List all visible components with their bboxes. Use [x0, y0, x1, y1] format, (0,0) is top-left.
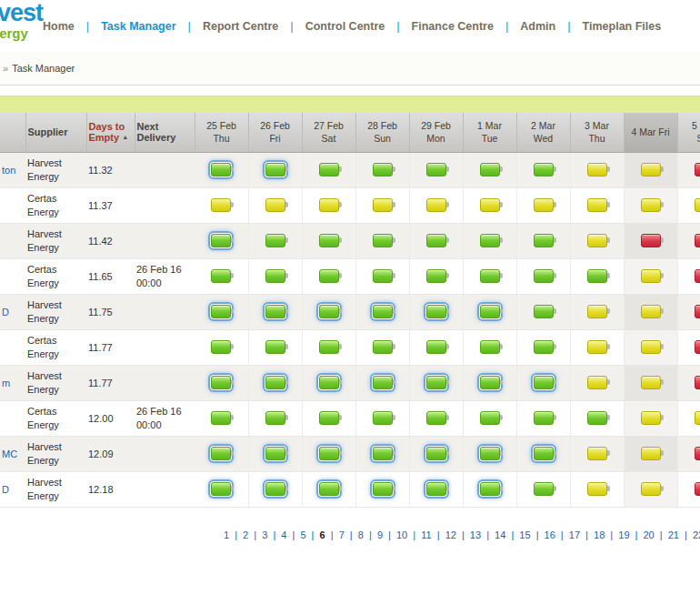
fuel-status-battery-icon[interactable] [480, 269, 500, 283]
fuel-status-battery-icon[interactable] [534, 269, 554, 283]
date-column-header[interactable]: 28 FebSun [355, 113, 409, 152]
site-link[interactable]: MC [2, 449, 17, 459]
date-column-header[interactable]: 26 FebFri [248, 113, 302, 152]
fuel-status-battery-icon[interactable] [319, 198, 339, 212]
company-logo[interactable]: Harvest Energy [0, 1, 43, 40]
fuel-status-battery-icon[interactable] [695, 305, 700, 318]
fuel-status-battery-icon[interactable] [587, 305, 607, 318]
fuel-status-battery-icon[interactable] [695, 482, 700, 496]
fuel-status-battery-icon[interactable] [426, 234, 446, 247]
site-link[interactable]: D [2, 307, 9, 318]
fuel-status-battery-icon[interactable] [265, 482, 285, 496]
fuel-status-battery-icon[interactable] [695, 447, 700, 460]
fuel-status-battery-icon[interactable] [265, 305, 285, 318]
date-column-header[interactable]: 5 MarSat [677, 113, 700, 152]
fuel-status-battery-icon[interactable] [319, 234, 339, 247]
fuel-status-battery-icon[interactable] [373, 376, 393, 389]
nav-item-admin[interactable]: Admin [508, 20, 567, 33]
fuel-status-battery-icon[interactable] [534, 234, 554, 247]
site-link[interactable]: D [2, 484, 9, 495]
fuel-status-battery-icon[interactable] [534, 411, 554, 425]
fuel-status-battery-icon[interactable] [426, 411, 446, 425]
fuel-status-battery-icon[interactable] [265, 163, 285, 176]
fuel-status-battery-icon[interactable] [587, 163, 607, 176]
fuel-status-battery-icon[interactable] [426, 269, 446, 283]
fuel-status-battery-icon[interactable] [319, 482, 339, 496]
fuel-status-battery-icon[interactable] [373, 269, 393, 283]
fuel-status-battery-icon[interactable] [426, 340, 446, 354]
fuel-status-battery-icon[interactable] [265, 340, 285, 354]
pagination-page-link[interactable]: 5 [298, 529, 307, 540]
pagination-page-link[interactable]: 3 [260, 529, 269, 540]
fuel-status-battery-icon[interactable] [211, 340, 231, 354]
fuel-status-battery-icon[interactable] [319, 411, 339, 425]
fuel-status-battery-icon[interactable] [641, 234, 661, 247]
fuel-status-battery-icon[interactable] [587, 234, 607, 247]
nav-item-report-centre[interactable]: Report Centre [191, 20, 290, 33]
pagination-page-link[interactable]: 1 [222, 529, 231, 540]
fuel-status-battery-icon[interactable] [480, 411, 500, 425]
fuel-status-battery-icon[interactable] [426, 482, 446, 496]
fuel-status-battery-icon[interactable] [641, 198, 661, 212]
fuel-status-battery-icon[interactable] [319, 447, 339, 460]
fuel-status-battery-icon[interactable] [641, 447, 661, 460]
pagination-page-link[interactable]: 11 [419, 529, 433, 540]
fuel-status-battery-icon[interactable] [373, 411, 393, 425]
fuel-status-battery-icon[interactable] [265, 411, 285, 425]
fuel-status-battery-icon[interactable] [480, 340, 500, 354]
fuel-status-battery-icon[interactable] [695, 411, 700, 425]
fuel-status-battery-icon[interactable] [265, 269, 285, 283]
pagination-page-link[interactable]: 22 [691, 529, 700, 540]
fuel-status-battery-icon[interactable] [373, 305, 393, 318]
fuel-status-battery-icon[interactable] [587, 411, 607, 425]
pagination-page-link[interactable]: 16 [543, 529, 557, 540]
fuel-status-battery-icon[interactable] [265, 234, 285, 247]
pagination-page-link[interactable]: 7 [337, 529, 346, 540]
fuel-status-battery-icon[interactable] [211, 376, 231, 389]
fuel-status-battery-icon[interactable] [373, 198, 393, 212]
pagination-page-link[interactable]: 17 [567, 529, 582, 540]
fuel-status-battery-icon[interactable] [534, 447, 554, 460]
date-column-header[interactable]: 1 MarTue [463, 113, 516, 152]
fuel-status-battery-icon[interactable] [319, 269, 339, 283]
nav-item-control-centre[interactable]: Control Centre [294, 20, 397, 33]
date-column-header[interactable]: 29 FebMon [409, 113, 463, 152]
fuel-status-battery-icon[interactable] [319, 376, 339, 389]
fuel-status-battery-icon[interactable] [480, 376, 500, 389]
fuel-status-battery-icon[interactable] [695, 163, 700, 176]
fuel-status-battery-icon[interactable] [480, 482, 500, 496]
supplier-column-header[interactable]: Supplier [25, 113, 86, 152]
fuel-status-battery-icon[interactable] [480, 305, 500, 318]
pagination-page-link[interactable]: 9 [375, 529, 385, 540]
fuel-status-battery-icon[interactable] [695, 198, 700, 212]
date-column-header[interactable]: 2 MarWed [516, 113, 570, 152]
fuel-status-battery-icon[interactable] [373, 234, 393, 247]
date-column-header[interactable]: 25 FebThu [195, 113, 248, 152]
fuel-status-battery-icon[interactable] [641, 340, 661, 354]
fuel-status-battery-icon[interactable] [211, 198, 231, 212]
fuel-status-battery-icon[interactable] [211, 163, 231, 176]
pagination-page-link[interactable]: 21 [666, 529, 681, 540]
fuel-status-battery-icon[interactable] [641, 376, 661, 389]
nav-item-timeplan-files[interactable]: Timeplan Files [571, 20, 674, 33]
fuel-status-battery-icon[interactable] [373, 340, 393, 354]
fuel-status-battery-icon[interactable] [587, 340, 607, 354]
fuel-status-battery-icon[interactable] [211, 411, 231, 425]
fuel-status-battery-icon[interactable] [426, 198, 446, 212]
fuel-status-battery-icon[interactable] [534, 305, 554, 318]
fuel-status-battery-icon[interactable] [641, 269, 661, 283]
fuel-status-battery-icon[interactable] [534, 163, 554, 176]
fuel-status-battery-icon[interactable] [480, 163, 500, 176]
fuel-status-battery-icon[interactable] [426, 163, 446, 176]
fuel-status-battery-icon[interactable] [695, 340, 700, 354]
fuel-status-battery-icon[interactable] [265, 198, 285, 212]
fuel-status-battery-icon[interactable] [695, 234, 700, 247]
pagination-page-link[interactable]: 13 [468, 529, 483, 540]
fuel-status-battery-icon[interactable] [319, 340, 339, 354]
pagination-page-link[interactable]: 14 [493, 529, 507, 540]
fuel-status-battery-icon[interactable] [480, 447, 500, 460]
fuel-status-battery-icon[interactable] [480, 234, 500, 247]
nav-item-task-manager[interactable]: Task Manager [89, 20, 187, 33]
fuel-status-battery-icon[interactable] [534, 340, 554, 354]
pagination-page-link[interactable]: 10 [395, 529, 409, 540]
